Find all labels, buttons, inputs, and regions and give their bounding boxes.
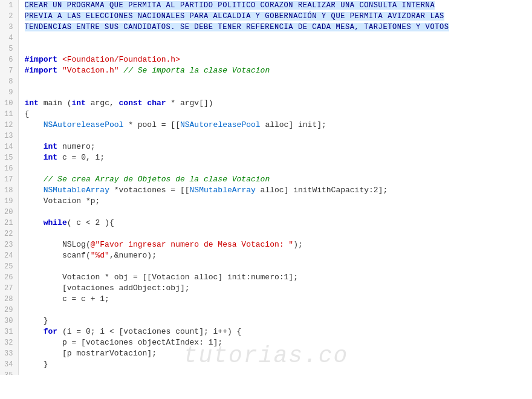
table-row: 8 (0, 76, 532, 87)
line-number: 11 (0, 109, 18, 120)
line-number: 7 (0, 65, 18, 76)
table-row: 28 c = c + 1; (0, 294, 532, 305)
line-number: 28 (0, 294, 18, 305)
table-row: 34 } (0, 359, 532, 370)
table-row: 1 CREAR UN PROGRAMA QUE PERMITA AL PARTI… (0, 0, 532, 11)
line-content: } (18, 359, 532, 370)
table-row: 17 // Se crea Array de Objetos de la cla… (0, 174, 532, 185)
table-row: 21 while( c < 2 ){ (0, 218, 532, 229)
table-row: 26 Votacion * obj = [[Votacion alloc] in… (0, 272, 532, 283)
line-content: for (i = 0; i < [votaciones count]; i++)… (18, 326, 532, 337)
line-content: c = c + 1; (18, 294, 532, 305)
line-content: p = [votaciones objectAtIndex: i]; (18, 337, 532, 348)
line-number: 10 (0, 98, 18, 109)
line-number: 33 (0, 348, 18, 359)
line-content: { (18, 109, 532, 120)
table-row: 24 scanf("%d",&numero); (0, 250, 532, 261)
line-content: #import "Votacion.h" // Se importa la cl… (18, 65, 532, 76)
line-content (18, 229, 532, 239)
line-number: 2 (0, 11, 18, 22)
table-row: 18 NSMutableArray *votaciones = [[NSMuta… (0, 185, 532, 196)
line-content: NSMutableArray *votaciones = [[NSMutable… (18, 185, 532, 196)
line-content (18, 44, 532, 54)
table-row: 10 int main (int argc, const char * argv… (0, 98, 532, 109)
table-row: 3 TENDENCIAS ENTRE SUS CANDIDATOS. SE DE… (0, 22, 532, 33)
table-row: 13 (0, 131, 532, 141)
line-content (18, 163, 532, 174)
code-table: 1 CREAR UN PROGRAMA QUE PERMITA AL PARTI… (0, 0, 532, 375)
line-number: 22 (0, 229, 18, 239)
table-row: 2 PREVIA A LAS ELECCIONES NACIONALES PAR… (0, 11, 532, 22)
line-number: 6 (0, 54, 18, 65)
line-content: Votacion *p; (18, 196, 532, 207)
table-row: 4 (0, 33, 532, 44)
line-content (18, 207, 532, 218)
table-row: 7 #import "Votacion.h" // Se importa la … (0, 65, 532, 76)
line-content: int numero; (18, 141, 532, 152)
line-number: 19 (0, 196, 18, 207)
table-row: 9 (0, 87, 532, 98)
line-content (18, 305, 532, 316)
table-row: 20 (0, 207, 532, 218)
line-number: 4 (0, 33, 18, 44)
code-editor: 1 CREAR UN PROGRAMA QUE PERMITA AL PARTI… (0, 0, 532, 375)
line-content: int main (int argc, const char * argv[]) (18, 98, 532, 109)
line-content: } (18, 316, 532, 326)
line-number: 3 (0, 22, 18, 33)
line-content (18, 87, 532, 98)
table-row: 11 { (0, 109, 532, 120)
line-content: int c = 0, i; (18, 152, 532, 163)
line-content: scanf("%d",&numero); (18, 250, 532, 261)
line-number: 20 (0, 207, 18, 218)
line-number: 25 (0, 261, 18, 272)
line-number: 30 (0, 316, 18, 326)
line-content: while( c < 2 ){ (18, 218, 532, 229)
table-row: 35 (0, 370, 532, 375)
line-content (18, 33, 532, 44)
table-row: 16 (0, 163, 532, 174)
line-number: 9 (0, 87, 18, 98)
line-content: PREVIA A LAS ELECCIONES NACIONALES PARA … (18, 11, 532, 22)
line-content (18, 261, 532, 272)
line-number: 24 (0, 250, 18, 261)
line-number: 14 (0, 141, 18, 152)
line-number: 16 (0, 163, 18, 174)
line-number: 35 (0, 370, 18, 375)
line-number: 34 (0, 359, 18, 370)
line-number: 27 (0, 283, 18, 294)
line-content: // Se crea Array de Objetos de la clase … (18, 174, 532, 185)
table-row: 29 (0, 305, 532, 316)
line-content: [p mostrarVotacion]; (18, 348, 532, 359)
line-number: 12 (0, 120, 18, 131)
table-row: 32 p = [votaciones objectAtIndex: i]; (0, 337, 532, 348)
line-content: CREAR UN PROGRAMA QUE PERMITA AL PARTIDO… (18, 0, 532, 11)
table-row: 31 for (i = 0; i < [votaciones count]; i… (0, 326, 532, 337)
line-number: 13 (0, 131, 18, 141)
table-row: 33 [p mostrarVotacion]; (0, 348, 532, 359)
line-number: 32 (0, 337, 18, 348)
table-row: 5 (0, 44, 532, 54)
line-content: NSLog(@"Favor ingresar numero de Mesa Vo… (18, 239, 532, 250)
line-number: 8 (0, 76, 18, 87)
line-content: #import <Foundation/Foundation.h> (18, 54, 532, 65)
line-number: 18 (0, 185, 18, 196)
line-number: 26 (0, 272, 18, 283)
line-content: [votaciones addObject:obj]; (18, 283, 532, 294)
line-number: 23 (0, 239, 18, 250)
line-content: Votacion * obj = [[Votacion alloc] init:… (18, 272, 532, 283)
table-row: 23 NSLog(@"Favor ingresar numero de Mesa… (0, 239, 532, 250)
line-content (18, 131, 532, 141)
line-number: 21 (0, 218, 18, 229)
table-row: 19 Votacion *p; (0, 196, 532, 207)
table-row: 14 int numero; (0, 141, 532, 152)
table-row: 22 (0, 229, 532, 239)
line-number: 17 (0, 174, 18, 185)
line-number: 31 (0, 326, 18, 337)
table-row: 12 NSAutoreleasePool * pool = [[NSAutore… (0, 120, 532, 131)
line-number: 1 (0, 0, 18, 11)
table-row: 27 [votaciones addObject:obj]; (0, 283, 532, 294)
line-number: 5 (0, 44, 18, 54)
table-row: 15 int c = 0, i; (0, 152, 532, 163)
line-number: 29 (0, 305, 18, 316)
table-row: 30 } (0, 316, 532, 326)
